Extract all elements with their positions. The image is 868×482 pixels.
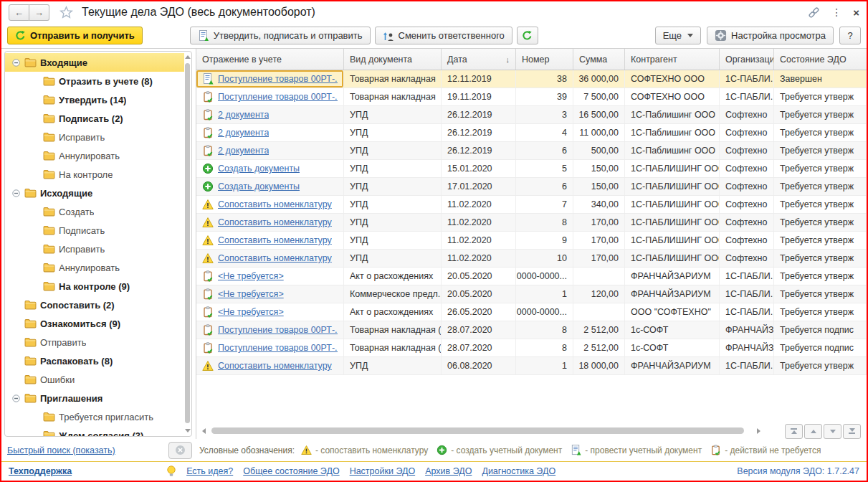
hscroll-track[interactable]: [210, 427, 753, 435]
sidebar-item[interactable]: Сопоставить (2): [5, 296, 184, 314]
go-first-row-button[interactable]: [785, 424, 803, 439]
table-row[interactable]: Сопоставить номенклатуру УПД 11.02.2020 …: [196, 232, 867, 250]
help-button[interactable]: ?: [839, 27, 861, 44]
sidebar-item[interactable]: Отразить в учете (8): [5, 72, 184, 90]
document-link[interactable]: 2 документа: [218, 128, 269, 138]
footer-link[interactable]: Архив ЭДО: [425, 466, 472, 476]
table-row[interactable]: Сопоставить номенклатуру УПД 11.02.2020 …: [196, 250, 867, 268]
document-link[interactable]: Сопоставить номенклатуру: [218, 361, 332, 371]
sidebar-item[interactable]: Входящие: [5, 53, 184, 72]
sidebar-item[interactable]: Аннулировать: [5, 258, 184, 277]
table-row[interactable]: Поступление товаров 00РТ-... Товарная на…: [196, 321, 867, 339]
column-header-date[interactable]: Дата↓: [442, 49, 516, 70]
document-link[interactable]: Сопоставить номенклатуру: [218, 217, 332, 227]
column-header-sum[interactable]: Сумма: [573, 49, 625, 70]
refresh-list-button[interactable]: [517, 27, 538, 44]
collapse-icon[interactable]: [12, 59, 21, 67]
close-icon[interactable]: ×: [853, 6, 859, 19]
column-header-doc-type[interactable]: Вид документа: [344, 49, 442, 70]
table-row[interactable]: Создать документы УПД 15.01.2020 5 150,0…: [196, 160, 867, 178]
sidebar-item[interactable]: Аннулировать: [5, 146, 184, 165]
sidebar-item[interactable]: Исправить: [5, 128, 184, 146]
clear-search-button[interactable]: [168, 442, 192, 459]
sidebar-item[interactable]: Исправить: [5, 240, 184, 258]
table-row[interactable]: Поступление товаров 00РТ-... Товарная на…: [196, 88, 867, 106]
footer-link[interactable]: Настройки ЭДО: [350, 466, 416, 476]
document-link[interactable]: Поступление товаров 00РТ-...: [218, 343, 338, 353]
send-receive-button[interactable]: Отправить и получить: [7, 27, 143, 44]
more-button[interactable]: Еще: [655, 27, 701, 44]
sidebar-item[interactable]: Требуется пригласить: [5, 407, 184, 426]
sidebar-item[interactable]: Ошибки: [5, 370, 184, 389]
table-row[interactable]: <Не требуется> Акт о расхождениях 26.05.…: [196, 303, 867, 321]
sidebar-item[interactable]: Подписать (2): [5, 109, 184, 128]
back-button[interactable]: ←: [9, 4, 29, 21]
document-link[interactable]: Создать документы: [218, 164, 300, 174]
scroll-left-icon[interactable]: [202, 428, 206, 434]
table-row[interactable]: Создать документы УПД 17.01.2020 6 150,0…: [196, 178, 867, 196]
go-next-row-button[interactable]: [824, 424, 841, 439]
column-header-number[interactable]: Номер: [516, 49, 573, 70]
document-link[interactable]: 2 документа: [218, 146, 269, 156]
document-link[interactable]: Сопоставить номенклатуру: [218, 199, 332, 209]
footer-link[interactable]: Диагностика ЭДО: [482, 466, 555, 476]
table-row[interactable]: <Не требуется> Акт о расхождениях 20.05.…: [196, 268, 867, 285]
create-document-icon: [437, 445, 447, 455]
table-row[interactable]: 2 документа УПД 26.12.2019 6 500,00 1С-П…: [196, 142, 867, 160]
scroll-up-icon[interactable]: [185, 55, 191, 59]
document-link[interactable]: Поступление товаров 00РТ-...: [218, 92, 338, 102]
go-previous-row-button[interactable]: [804, 424, 822, 439]
sidebar-item[interactable]: Распаковать (8): [5, 351, 184, 370]
document-link[interactable]: 2 документа: [218, 110, 269, 120]
collapse-icon[interactable]: [12, 394, 21, 402]
sidebar-item[interactable]: Ждем согласия (3): [5, 426, 184, 437]
approve-sign-send-button[interactable]: Утвердить, подписать и отправить: [190, 27, 371, 44]
sidebar-item[interactable]: На контроле (9): [5, 277, 184, 296]
table-row[interactable]: Поступление товаров 00РТ-... Товарная на…: [196, 339, 867, 357]
forward-button[interactable]: →: [29, 4, 49, 21]
column-header-reflection[interactable]: Отражение в учете: [196, 49, 344, 70]
document-link[interactable]: Поступление товаров 00РТ-...: [218, 325, 338, 335]
table-row[interactable]: Поступление товаров 00РТ-... Товарная на…: [196, 70, 867, 88]
document-link[interactable]: Поступление товаров 00РТ-...: [218, 74, 338, 84]
scroll-right-icon[interactable]: [757, 428, 760, 434]
document-link[interactable]: Сопоставить номенклатуру: [218, 235, 332, 245]
sidebar-item[interactable]: Создать: [5, 202, 184, 221]
sidebar-item[interactable]: Ознакомиться (9): [5, 314, 184, 333]
table-row[interactable]: <Не требуется> Коммерческое предл... 20.…: [196, 285, 867, 303]
column-header-edo-state[interactable]: Состояние ЭДО: [774, 49, 867, 70]
sidebar-item[interactable]: Подписать: [5, 221, 184, 240]
favorite-star-icon[interactable]: [59, 6, 73, 19]
document-link[interactable]: <Не требуется>: [218, 307, 284, 317]
sidebar-scrollbar[interactable]: [184, 53, 191, 435]
column-header-counterparty[interactable]: Контрагент: [625, 49, 720, 70]
tech-support-link[interactable]: Техподдержка: [9, 466, 72, 476]
table-row[interactable]: Сопоставить номенклатуру УПД 11.02.2020 …: [196, 214, 867, 232]
document-link[interactable]: <Не требуется>: [218, 289, 284, 299]
document-link[interactable]: Сопоставить номенклатуру: [218, 253, 332, 263]
sidebar-item[interactable]: Утвердить (14): [5, 90, 184, 109]
scroll-down-icon[interactable]: [185, 429, 191, 433]
hscroll-thumb[interactable]: [211, 427, 744, 434]
copy-link-icon[interactable]: [808, 6, 820, 19]
footer-link[interactable]: Общее состояние ЭДО: [243, 466, 339, 476]
sidebar-item[interactable]: На контроле: [5, 165, 184, 184]
change-responsible-button[interactable]: Сменить ответственного: [375, 27, 512, 44]
quick-search-link[interactable]: Быстрый поиск (показать): [7, 445, 115, 455]
sidebar-item[interactable]: Исходящие: [5, 184, 184, 202]
go-last-row-button[interactable]: [843, 424, 861, 439]
idea-link[interactable]: Есть идея?: [186, 466, 233, 476]
column-header-organization[interactable]: Организация: [720, 49, 774, 70]
table-row[interactable]: Сопоставить номенклатуру УПД 06.08.2020 …: [196, 357, 867, 375]
collapse-icon[interactable]: [12, 189, 21, 197]
table-row[interactable]: 2 документа УПД 26.12.2019 3 16 500,00 1…: [196, 106, 867, 124]
view-settings-button[interactable]: Настройка просмотра: [707, 27, 834, 44]
sidebar-item[interactable]: Отправить: [5, 333, 184, 351]
document-link[interactable]: Создать документы: [218, 181, 300, 192]
kebab-menu-icon[interactable]: ⋮: [831, 7, 841, 17]
table-row[interactable]: 2 документа УПД 26.12.2019 4 11 000,00 1…: [196, 124, 867, 142]
table-row[interactable]: Сопоставить номенклатуру УПД 11.02.2020 …: [196, 196, 867, 214]
sidebar-item[interactable]: Приглашения: [5, 389, 184, 407]
scrollbar-thumb[interactable]: [185, 63, 190, 423]
document-link[interactable]: <Не требуется>: [218, 271, 284, 281]
